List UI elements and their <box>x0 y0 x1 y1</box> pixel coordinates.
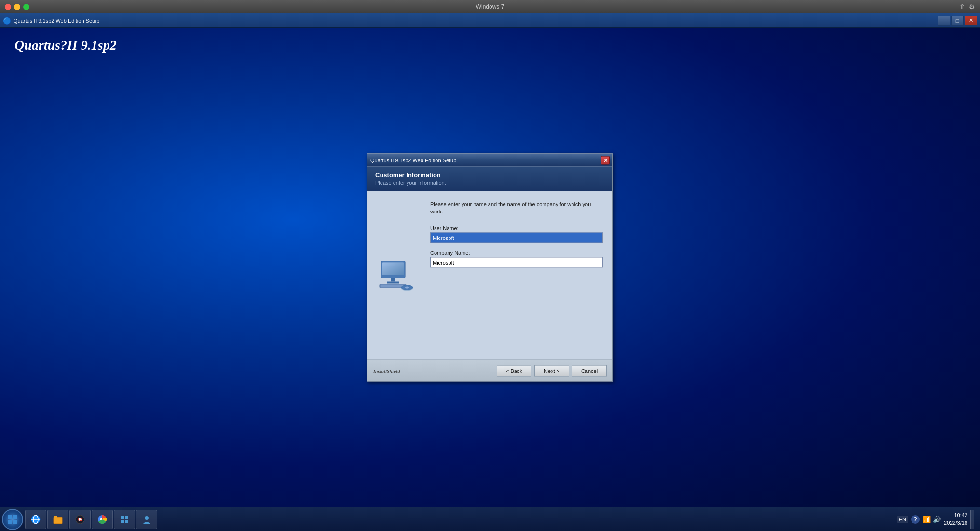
dialog-header: Customer Information Please enter your i… <box>368 167 612 191</box>
win7-window-controls: ─ □ ✕ <box>938 16 977 26</box>
svg-rect-27 <box>125 520 128 523</box>
svg-rect-17 <box>54 517 62 524</box>
taskbar-item-windows[interactable] <box>114 510 135 529</box>
mac-window-title: Windows 7 <box>476 3 504 10</box>
start-button[interactable] <box>2 509 23 530</box>
svg-rect-10 <box>8 515 12 519</box>
dialog-footer: InstallShield < Back Next > Cancel <box>368 360 612 381</box>
tray-time: 10:42 <box>944 512 967 519</box>
desktop-background: Quartus?II 9.1sp2 Quartus II 9.1sp2 Web … <box>0 28 980 507</box>
svg-rect-12 <box>8 520 12 524</box>
setup-dialog: Quartus II 9.1sp2 Web Edition Setup ✕ Cu… <box>367 154 613 382</box>
footer-buttons: < Back Next > Cancel <box>497 365 607 376</box>
svg-rect-25 <box>125 516 128 519</box>
tray-sound-icon: 🔊 <box>933 516 941 523</box>
dialog-titlebar: Quartus II 9.1sp2 Web Edition Setup ✕ <box>368 154 612 167</box>
mac-titlebar: Windows 7 ⇧ ⚙ <box>0 0 980 13</box>
tray-network-icon: 📶 <box>923 516 931 523</box>
win7-close-button[interactable]: ✕ <box>965 16 977 26</box>
mac-title-icons: ⇧ ⚙ <box>959 3 975 11</box>
mac-close-button[interactable] <box>5 4 11 10</box>
tray-date: 2022/3/18 <box>944 519 967 527</box>
windows-logo-icon <box>7 514 18 525</box>
mac-window-controls <box>5 4 29 10</box>
dialog-left-panel <box>368 191 425 360</box>
user-name-label: User Name: <box>430 225 603 231</box>
dialog-header-title: Customer Information <box>375 172 605 179</box>
dialog-title: Quartus II 9.1sp2 Web Edition Setup <box>370 158 599 163</box>
win7-outer-window: 🔵 Quartus II 9.1sp2 Web Edition Setup ─ … <box>0 13 980 28</box>
win7-taskbar: EN ? 📶 🔊 10:42 2022/3/18 <box>0 507 980 531</box>
svg-rect-24 <box>121 516 124 519</box>
dialog-instruction: Please enter your name and the name of t… <box>430 201 603 216</box>
next-button[interactable]: Next > <box>534 365 569 376</box>
mac-minimize-button[interactable] <box>14 4 20 10</box>
app-title: Quartus?II 9.1sp2 <box>14 38 117 53</box>
back-button[interactable]: < Back <box>497 365 531 376</box>
svg-rect-11 <box>13 515 17 519</box>
tray-help-button[interactable]: ? <box>911 515 920 524</box>
taskbar-item-media[interactable] <box>69 510 91 529</box>
tray-clock: 10:42 2022/3/18 <box>944 512 967 527</box>
dialog-body: Please enter your name and the name of t… <box>368 191 612 360</box>
mac-settings-icon: ⚙ <box>969 3 975 11</box>
taskbar-tray: EN ? 📶 🔊 10:42 2022/3/18 <box>893 510 978 529</box>
svg-rect-2 <box>382 263 404 275</box>
svg-rect-3 <box>391 278 395 282</box>
dialog-form-panel: Please enter your name and the name of t… <box>425 191 612 360</box>
win7-outer-title: Quartus II 9.1sp2 Web Edition Setup <box>14 18 938 24</box>
dialog-header-subtitle: Please enter your information. <box>375 180 605 186</box>
win7-app-icon: 🔵 <box>3 17 11 25</box>
tray-system-icons: 📶 🔊 <box>923 516 941 523</box>
taskbar-items <box>25 510 893 529</box>
installshield-logo: InstallShield <box>373 368 497 373</box>
svg-point-9 <box>405 287 409 289</box>
cancel-button[interactable]: Cancel <box>572 365 607 376</box>
mac-wifi-icon: ⇧ <box>959 3 965 11</box>
svg-rect-18 <box>54 516 57 518</box>
svg-rect-26 <box>121 520 124 523</box>
svg-rect-13 <box>13 520 17 524</box>
user-name-input[interactable] <box>430 232 603 243</box>
svg-point-28 <box>145 516 149 520</box>
show-desktop-button[interactable] <box>970 510 974 529</box>
taskbar-item-explorer[interactable] <box>47 510 68 529</box>
tray-language[interactable]: EN <box>897 516 908 523</box>
dialog-close-button[interactable]: ✕ <box>601 156 610 165</box>
mac-maximize-button[interactable] <box>23 4 29 10</box>
win7-maximize-button[interactable]: □ <box>951 16 964 26</box>
company-name-input[interactable] <box>430 257 603 267</box>
win7-outer-titlebar: 🔵 Quartus II 9.1sp2 Web Edition Setup ─ … <box>0 13 980 28</box>
taskbar-item-app[interactable] <box>136 510 157 529</box>
computer-illustration <box>377 256 416 295</box>
win7-minimize-button[interactable]: ─ <box>938 16 950 26</box>
company-name-label: Company Name: <box>430 250 603 255</box>
taskbar-item-chrome[interactable] <box>92 510 113 529</box>
svg-rect-4 <box>387 282 399 284</box>
win7-desktop: 🔵 Quartus II 9.1sp2 Web Edition Setup ─ … <box>0 13 980 531</box>
taskbar-item-ie[interactable] <box>25 510 46 529</box>
